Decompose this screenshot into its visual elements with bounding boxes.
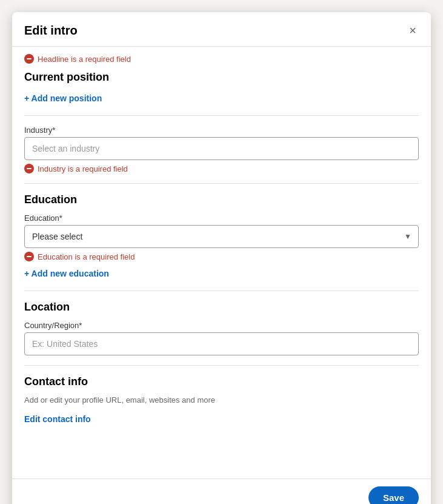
education-error-text: Education is a required field: [38, 252, 135, 261]
education-section: Education Education* Please select ▼ Edu…: [24, 193, 419, 281]
education-select[interactable]: Please select: [24, 225, 419, 248]
divider-4: [24, 365, 419, 366]
contact-info-description: Add or edit your profile URL, email, web…: [24, 395, 419, 405]
save-button[interactable]: Save: [368, 486, 419, 504]
education-section-title: Education: [24, 193, 419, 206]
divider-3: [24, 291, 419, 291]
country-region-label: Country/Region*: [24, 321, 419, 330]
modal-footer: Save: [12, 479, 431, 504]
education-error-icon: [24, 252, 34, 261]
education-error: Education is a required field: [24, 252, 419, 261]
add-education-button[interactable]: + Add new education: [24, 266, 109, 281]
education-group: Education* Please select ▼ Education is …: [24, 213, 419, 261]
close-button[interactable]: ×: [407, 22, 419, 39]
modal-content: Headline is a required field Current pos…: [12, 47, 431, 438]
current-position-title: Current position: [24, 71, 419, 84]
industry-label: Industry*: [24, 126, 419, 135]
location-title: Location: [24, 301, 419, 314]
edit-contact-info-button[interactable]: Edit contact info: [24, 412, 91, 426]
education-field-label: Education*: [24, 213, 419, 223]
education-select-wrapper: Please select ▼: [24, 225, 419, 248]
current-position-section: Current position + Add new position: [24, 71, 419, 106]
country-region-input[interactable]: [24, 332, 419, 355]
modal-body: Headline is a required field Current pos…: [12, 47, 431, 479]
industry-error-icon: [24, 164, 34, 173]
modal-title: Edit intro: [24, 24, 78, 38]
headline-error: Headline is a required field: [24, 54, 419, 64]
location-section: Location Country/Region*: [24, 301, 419, 355]
edit-intro-modal: Edit intro × Headline is a required fiel…: [12, 12, 431, 504]
industry-group: Industry* Industry is a required field: [24, 126, 419, 173]
headline-error-icon: [24, 54, 34, 64]
modal-header: Edit intro ×: [12, 12, 431, 47]
industry-input[interactable]: [24, 137, 419, 160]
divider-2: [24, 183, 419, 184]
industry-error-text: Industry is a required field: [38, 164, 128, 173]
add-education-wrapper: + Add new education: [24, 266, 419, 281]
add-position-button[interactable]: + Add new position: [24, 91, 102, 106]
location-group: Country/Region*: [24, 321, 419, 355]
divider-1: [24, 115, 419, 116]
contact-info-section: Contact info Add or edit your profile UR…: [24, 375, 419, 426]
industry-error: Industry is a required field: [24, 164, 419, 173]
contact-info-title: Contact info: [24, 375, 419, 388]
headline-error-text: Headline is a required field: [38, 55, 131, 64]
